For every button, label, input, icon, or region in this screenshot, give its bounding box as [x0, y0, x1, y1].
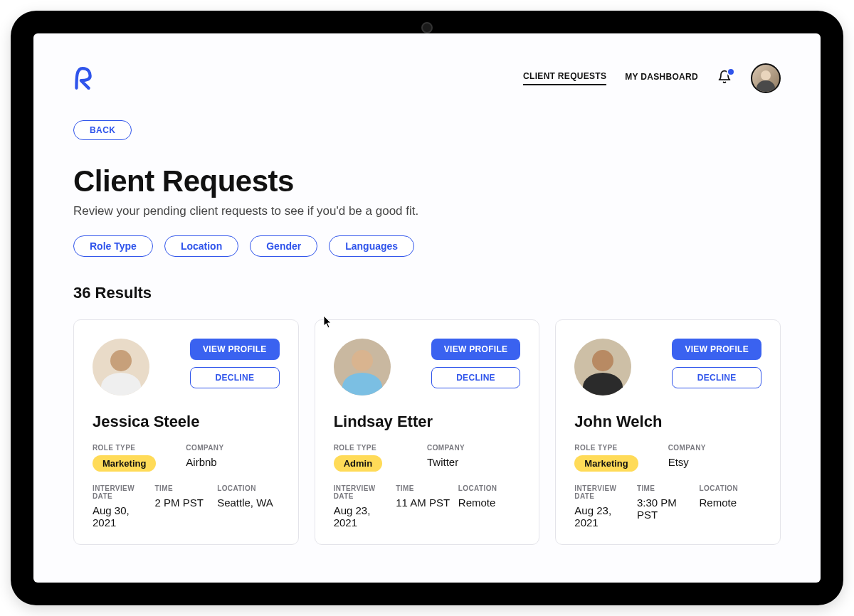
notifications-button[interactable] — [717, 70, 732, 86]
client-avatar — [334, 339, 391, 395]
role-type-tag: Marketing — [574, 455, 638, 472]
role-type-label: ROLE TYPE — [93, 444, 186, 452]
view-profile-button[interactable]: VIEW PROFILE — [431, 339, 521, 360]
filter-gender[interactable]: Gender — [250, 235, 317, 257]
company-value: Twitter — [427, 456, 520, 468]
time-value: 2 PM PST — [155, 496, 218, 509]
location-label: LOCATION — [699, 484, 761, 492]
location-label: LOCATION — [217, 484, 280, 492]
tablet-frame: CLIENT REQUESTS MY DASHBOARD BACK Client… — [11, 11, 843, 605]
screen: CLIENT REQUESTS MY DASHBOARD BACK Client… — [33, 33, 821, 583]
location-value: Seattle, WA — [217, 496, 280, 509]
cards-row: VIEW PROFILE DECLINE Jessica Steele ROLE… — [73, 319, 781, 545]
company-label: COMPANY — [427, 444, 520, 452]
company-value: Etsy — [668, 456, 761, 468]
interview-date-label: INTERVIEW DATE — [334, 484, 396, 500]
time-label: TIME — [637, 484, 700, 492]
client-card: VIEW PROFILE DECLINE Lindsay Etter ROLE … — [315, 319, 540, 545]
page-subtitle: Review your pending client requests to s… — [73, 204, 781, 218]
client-card: VIEW PROFILE DECLINE Jessica Steele ROLE… — [73, 319, 299, 545]
decline-button[interactable]: DECLINE — [431, 367, 521, 388]
filter-role-type[interactable]: Role Type — [73, 235, 153, 257]
filter-location[interactable]: Location — [164, 235, 238, 257]
profile-avatar[interactable] — [751, 63, 781, 93]
view-profile-button[interactable]: VIEW PROFILE — [672, 339, 761, 360]
role-type-label: ROLE TYPE — [574, 444, 668, 452]
company-label: COMPANY — [668, 444, 761, 452]
interview-date-value: Aug 30, 2021 — [93, 504, 155, 529]
nav-client-requests[interactable]: CLIENT REQUESTS — [523, 71, 606, 85]
time-label: TIME — [396, 484, 458, 492]
time-label: TIME — [155, 484, 218, 492]
interview-date-label: INTERVIEW DATE — [93, 484, 155, 500]
back-button[interactable]: BACK — [73, 120, 132, 140]
location-label: LOCATION — [458, 484, 521, 492]
client-name: Lindsay Etter — [334, 413, 521, 431]
company-label: COMPANY — [186, 444, 279, 452]
decline-button[interactable]: DECLINE — [190, 367, 280, 388]
client-name: John Welch — [574, 413, 761, 431]
location-value: Remote — [699, 496, 761, 509]
interview-date-value: Aug 23, 2021 — [574, 504, 637, 529]
page-title: Client Requests — [73, 164, 781, 198]
client-avatar — [574, 339, 631, 395]
client-name: Jessica Steele — [93, 413, 280, 431]
nav: CLIENT REQUESTS MY DASHBOARD — [523, 63, 781, 93]
time-value: 11 AM PST — [396, 496, 458, 509]
view-profile-button[interactable]: VIEW PROFILE — [190, 339, 280, 360]
client-card: VIEW PROFILE DECLINE John Welch ROLE TYP… — [555, 319, 781, 545]
time-value: 3:30 PM PST — [637, 496, 700, 521]
filter-bar: Role Type Location Gender Languages — [73, 235, 781, 257]
location-value: Remote — [458, 496, 521, 509]
results-count: 36 Results — [73, 284, 781, 302]
role-type-label: ROLE TYPE — [334, 444, 427, 452]
decline-button[interactable]: DECLINE — [672, 367, 761, 388]
client-avatar — [93, 339, 149, 395]
nav-my-dashboard[interactable]: MY DASHBOARD — [625, 72, 698, 85]
interview-date-value: Aug 23, 2021 — [334, 504, 396, 529]
filter-languages[interactable]: Languages — [329, 235, 414, 257]
role-type-tag: Marketing — [93, 455, 156, 472]
logo-icon — [73, 67, 92, 90]
header: CLIENT REQUESTS MY DASHBOARD — [73, 63, 781, 93]
interview-date-label: INTERVIEW DATE — [574, 484, 637, 500]
notification-badge — [727, 68, 735, 76]
company-value: Airbnb — [186, 456, 279, 468]
role-type-tag: Admin — [334, 455, 382, 472]
